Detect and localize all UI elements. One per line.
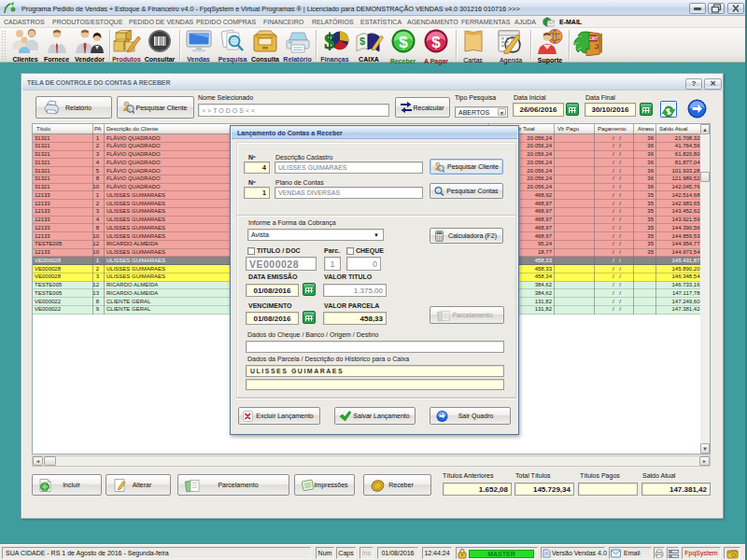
svg-text:$: $ xyxy=(359,35,365,47)
svg-text:$: $ xyxy=(431,34,441,51)
svg-text:$: $ xyxy=(399,34,408,51)
svg-text:$: $ xyxy=(324,30,335,53)
svg-text:EXIT: EXIT xyxy=(588,36,598,41)
